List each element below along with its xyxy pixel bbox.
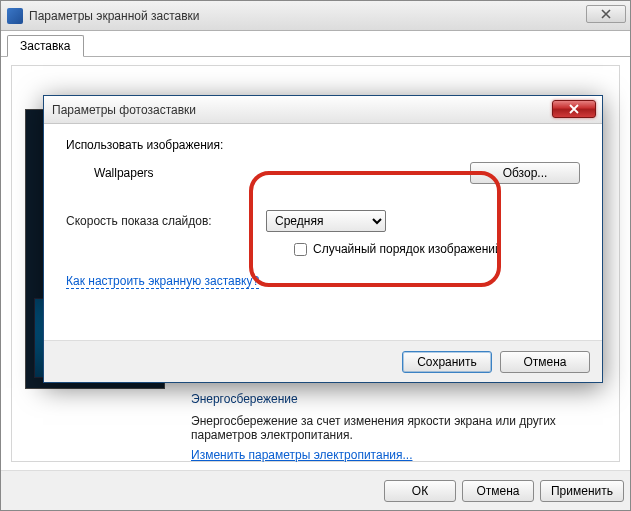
close-icon	[601, 9, 611, 19]
save-button[interactable]: Сохранить	[402, 351, 492, 373]
dialog-cancel-button[interactable]: Отмена	[500, 351, 590, 373]
dialog-body: Использовать изображения: Wallpapers Обз…	[44, 124, 602, 340]
parent-window-titlebar: Параметры экранной заставки	[1, 1, 630, 31]
photo-screensaver-dialog: Параметры фотозаставки Использовать изоб…	[43, 95, 603, 383]
tab-label: Заставка	[20, 39, 71, 53]
help-link[interactable]: Как настроить экранную заставку?	[66, 274, 259, 289]
parent-window-title: Параметры экранной заставки	[29, 9, 200, 23]
random-order-checkbox[interactable]	[294, 243, 307, 256]
energy-section: Энергосбережение Энергосбережение за сче…	[191, 392, 614, 462]
random-order-label: Случайный порядок изображений	[313, 242, 502, 256]
parent-close-button[interactable]	[586, 5, 626, 23]
folder-name: Wallpapers	[94, 166, 154, 180]
cancel-button[interactable]: Отмена	[462, 480, 534, 502]
energy-text: Энергосбережение за счет изменения яркос…	[191, 414, 614, 442]
ok-button[interactable]: ОК	[384, 480, 456, 502]
close-icon	[569, 104, 579, 114]
app-icon	[7, 8, 23, 24]
slideshow-speed-select[interactable]: Средняя	[266, 210, 386, 232]
dialog-titlebar: Параметры фотозаставки	[44, 96, 602, 124]
browse-button[interactable]: Обзор...	[470, 162, 580, 184]
energy-heading: Энергосбережение	[191, 392, 614, 406]
tab-screensaver[interactable]: Заставка	[7, 35, 84, 57]
tab-strip: Заставка	[1, 31, 630, 57]
use-images-label: Использовать изображения:	[66, 138, 223, 152]
dialog-title: Параметры фотозаставки	[52, 103, 196, 117]
dialog-footer: Сохранить Отмена	[44, 340, 602, 382]
apply-button[interactable]: Применить	[540, 480, 624, 502]
power-settings-link[interactable]: Изменить параметры электропитания...	[191, 448, 412, 462]
parent-window-body: Заставка Энергосбережение Энергосбережен…	[1, 31, 630, 510]
slideshow-speed-label: Скорость показа слайдов:	[66, 214, 212, 228]
dialog-close-button[interactable]	[552, 100, 596, 118]
parent-button-row: ОК Отмена Применить	[1, 470, 630, 510]
